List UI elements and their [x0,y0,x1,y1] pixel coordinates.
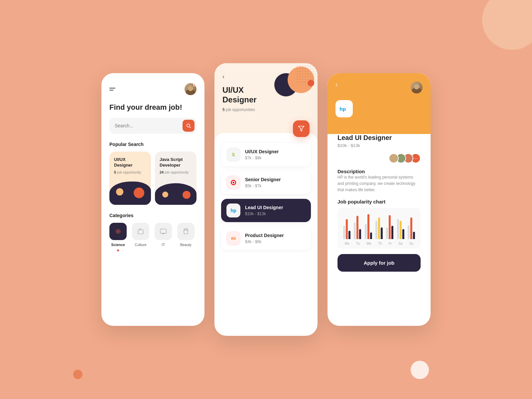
categories-grid: Science Culture [109,223,197,251]
job-1-info: UI/UX Designer $7k - $8k [245,149,306,160]
menu-icon[interactable] [109,88,115,90]
svg-point-2 [117,231,119,233]
job-3-name: Lead UI Designer [245,205,306,210]
chart-area: Mo Tu We Th Fr Sa Su [337,208,421,249]
popular-card-js[interactable]: Java ScriptDeveloper 24 job opportunity [155,152,197,205]
it-label: IT [162,243,165,247]
search-button[interactable] [183,120,195,132]
popular-card-uxui[interactable]: UI/UXDesigner 5 job opportunity [109,152,151,205]
job-item-senior[interactable]: Senior Designer $5k - $7k [221,171,311,194]
page-title: Find your dream job! [109,103,197,112]
detail-back-button[interactable]: ‹ [335,81,337,88]
card-1-count: 5 job opportunity [114,170,146,174]
description-body: HP is the world's leading personal syste… [337,174,421,194]
vodafone-logo [226,176,240,190]
categories-title: Categories [109,213,197,218]
science-label: Science [111,243,125,247]
it-icon-bg [155,223,172,240]
job-1-name: UI/UX Designer [245,149,306,154]
avatar[interactable] [185,83,197,95]
svg-rect-4 [138,230,144,234]
active-indicator [117,249,119,251]
company-logo-hp: hp [335,100,353,117]
chart-label-we: We [366,242,371,245]
job-1-salary: $7k - $8k [245,156,306,160]
applicants-row: ··· [337,153,421,163]
applicant-1 [389,153,399,163]
culture-icon-bg [132,223,149,240]
chart-label-su: Su [409,242,413,245]
detail-job-title: Lead UI Designer [337,134,421,142]
detail-salary: $10k - $13k [337,143,421,148]
chart-section: Job popularity chart [337,199,421,249]
chart-label-th: Th [378,242,382,245]
beauty-label: Beauty [180,243,192,247]
back-button[interactable]: ‹ [222,73,224,80]
card-1-title: UI/UXDesigner [114,157,146,168]
phone-2-top-section: ‹ UI/UXDesigner 5 job opportunities [214,63,318,130]
phone-3-nav: ‹ [335,81,423,93]
job-item-uxui[interactable]: S UI/UX Designer $7k - $8k [221,143,311,166]
chart-label-mo: Mo [345,242,349,245]
description-section: Description HP is the world's leading pe… [337,169,421,194]
top-deco [274,63,318,106]
category-it[interactable]: IT [155,223,172,251]
description-title: Description [337,169,421,174]
chart-col-fr [386,212,393,239]
phone-3-header-section: ‹ hp [328,73,431,134]
bg-deco-circle-bottom-left [73,370,82,379]
popular-search-cards: UI/UXDesigner 5 job opportunity Java Scr… [109,152,197,205]
job-4-name: Product Designer [245,233,306,238]
svg-point-12 [233,182,234,184]
chart-col-su [408,212,415,239]
chart-title: Job popularity chart [337,199,421,204]
phone-3-job-detail: ‹ hp Lead UI Designer $10k - $13k ··· [328,73,431,326]
user-avatar-detail[interactable] [411,81,423,93]
job-2-salary: $5k - $7k [245,184,306,188]
svg-point-3 [116,229,120,234]
chart-label-fr: Fr [389,242,392,245]
svg-text:hp: hp [339,106,346,112]
job-item-product[interactable]: mi Product Designer $4k - $6k [221,227,311,250]
job-list: S UI/UX Designer $7k - $8k Senior Design… [214,133,318,336]
phones-container: Find your dream job! Popular Search UI/U… [101,63,431,336]
job-2-name: Senior Designer [245,177,306,182]
job-2-info: Senior Designer $5k - $7k [245,177,306,188]
bg-deco-circle-bottom-right [411,361,429,379]
phone-1-header [109,83,197,95]
chart-col-tu [354,212,361,239]
notification-dot [193,83,197,86]
mi-logo: mi [226,231,240,245]
category-beauty[interactable]: Beauty [177,223,195,251]
job-item-lead[interactable]: hp Lead UI Designer $10k - $13k [221,199,311,222]
svg-rect-5 [160,229,166,233]
popular-search-title: Popular Search [109,142,197,147]
filter-button[interactable] [293,120,310,137]
apply-button[interactable]: Apply for job [337,254,421,272]
search-bar[interactable] [109,118,197,134]
job-title-section: Lead UI Designer $10k - $13k [337,134,421,148]
svg-rect-9 [296,65,316,85]
dots-pattern [296,65,316,85]
phone-2-job-listings: ‹ UI/UXDesigner 5 job opportunities S UI… [214,63,318,336]
svg-line-1 [190,127,191,128]
culture-label: Culture [135,243,146,247]
job-4-info: Product Designer $4k - $6k [245,233,306,244]
svg-point-0 [187,124,190,127]
chart-bars [341,212,417,239]
chart-col-we [365,212,372,239]
svg-marker-10 [299,126,304,131]
card-2-title: Java ScriptDeveloper [160,157,192,168]
beauty-icon-bg [177,223,195,240]
search-input[interactable] [115,123,183,128]
card-2-deco [155,178,197,205]
chart-label-tu: Tu [356,242,360,245]
category-science[interactable]: Science [109,223,127,251]
card-2-count: 24 job opportunity [160,170,192,174]
chart-col-mo [343,212,350,239]
bg-deco-circle-top [482,0,532,50]
category-culture[interactable]: Culture [132,223,149,251]
science-icon-bg [109,223,127,240]
card-1-deco [109,178,151,205]
chart-col-th [375,212,383,239]
